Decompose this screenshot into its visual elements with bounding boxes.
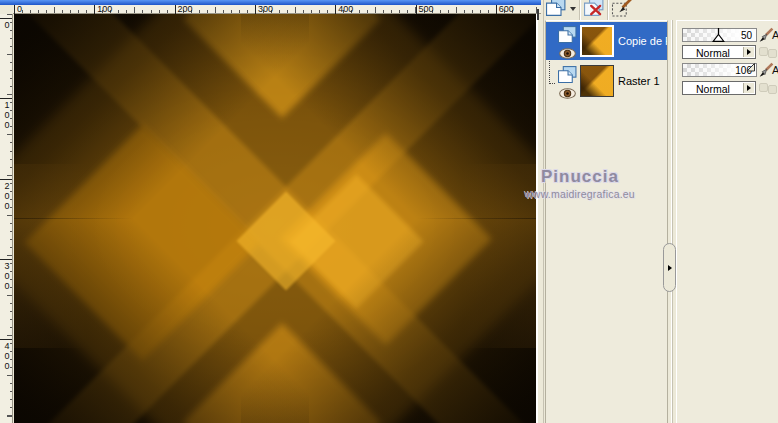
layer-name: Raster 1 [618, 75, 660, 87]
delete-layer-icon [584, 2, 604, 19]
blend-mode-dropdown-layer-1[interactable]: Normal [682, 45, 756, 59]
v-ruler-label: 400 [0, 339, 12, 371]
v-ruler-label: 300 [0, 259, 12, 291]
visibility-eye-icon[interactable] [559, 45, 576, 63]
h-ruler-label: 500 [416, 5, 434, 14]
opacity-badge: A [772, 64, 778, 76]
app-window: 0 100 200 300 400 500 600 0 100 200 300 … [0, 0, 778, 423]
window-title-strip [0, 0, 541, 5]
blend-dropdown-button[interactable] [743, 83, 754, 93]
splitter-arrow-icon [668, 265, 672, 271]
palette-splitter-handle[interactable] [663, 243, 676, 292]
dropdown-arrow-icon [747, 49, 751, 55]
layer-icon-column [558, 24, 580, 58]
edit-brush-icon [611, 3, 633, 20]
layers-palette: Copie de Ras [544, 0, 778, 423]
blend-mode-dropdown-layer-2[interactable]: Normal [682, 81, 756, 95]
opacity-value: 50 [741, 30, 752, 41]
new-layer-dropdown-arrow-icon[interactable] [570, 7, 576, 11]
blend-mode-value: Normal [696, 47, 730, 59]
opacity-slider-handle[interactable] [746, 58, 756, 76]
blend-dropdown-button[interactable] [743, 47, 754, 57]
canvas-shadow-top-right [241, 14, 536, 219]
blend-mode-value: Normal [696, 83, 730, 95]
edit-layer-button[interactable] [611, 0, 635, 22]
link-layers-icon-disabled [759, 83, 778, 94]
h-ruler-label: 100 [94, 5, 112, 14]
layer-row-raster-1[interactable]: Raster 1 [546, 62, 667, 100]
h-ruler-label: 400 [335, 5, 353, 14]
opacity-badge: A [772, 29, 778, 41]
h-ruler-label: 0 [14, 5, 22, 14]
link-layers-icon-disabled [759, 47, 778, 58]
horizontal-ruler: 0 100 200 300 400 500 600 [13, 5, 541, 14]
layer-pages-icon [558, 26, 577, 47]
layer-thumbnail[interactable] [580, 25, 614, 57]
layer-pages-icon [558, 66, 577, 87]
dropdown-arrow-icon [747, 85, 751, 91]
delete-layer-button[interactable] [584, 0, 608, 22]
toolbar-separator [607, 0, 609, 22]
new-layer-button[interactable] [546, 0, 570, 22]
palette-splitter-line [671, 20, 673, 423]
image-canvas[interactable] [14, 14, 536, 423]
panel-gutter [536, 0, 544, 423]
layer-icon-column [558, 64, 580, 98]
canvas-shadow-bottom-right [241, 218, 536, 423]
h-ruler-label: 300 [255, 5, 273, 14]
v-ruler-label: 200 [0, 179, 12, 211]
vertical-ruler: 0 100 200 300 400 [0, 14, 13, 423]
layer-row-copie-de-raster[interactable]: Copie de Ras [546, 22, 667, 60]
layer-name: Copie de Ras [618, 35, 667, 47]
visibility-eye-icon[interactable] [559, 85, 576, 103]
h-ruler-label: 600 [496, 5, 514, 14]
opacity-slider-layer-1[interactable]: 50 [682, 28, 757, 42]
canvas-window-edge-mark [537, 9, 539, 20]
layer-thumbnail[interactable] [580, 65, 614, 97]
v-ruler-label: 0 [0, 18, 12, 30]
ruler-corner [0, 5, 13, 14]
h-ruler-label: 200 [175, 5, 193, 14]
layer-properties-column: 50 A Normal [676, 20, 778, 423]
layers-list: Copie de Ras [545, 20, 668, 423]
new-layer-pages-icon [546, 2, 566, 19]
v-ruler-label: 100 [0, 98, 12, 130]
opacity-slider-layer-2[interactable]: 100 [682, 63, 757, 77]
toolbar-separator [579, 0, 581, 22]
